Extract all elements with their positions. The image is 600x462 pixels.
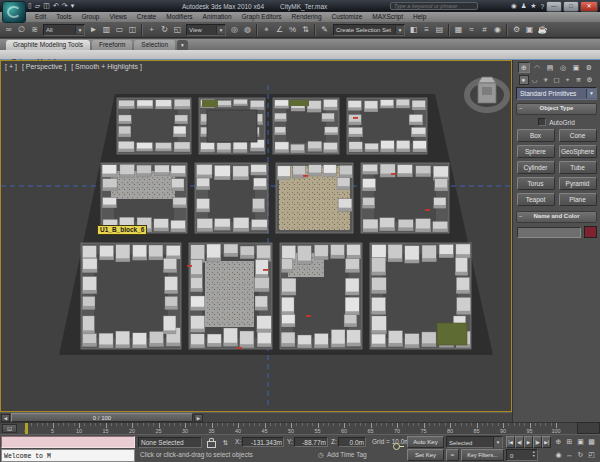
use-pivot-center-icon[interactable]: ◎ [228,23,241,37]
category-lights[interactable]: ☀ [541,75,551,85]
tab-create[interactable]: ⊕ [518,62,530,73]
object-button-torus[interactable]: Torus [517,177,555,190]
infocenter-search-input[interactable] [390,2,478,10]
help-icon[interactable]: ? [540,3,544,10]
current-frame-field[interactable]: 0 ▲▼ [506,449,538,461]
menu-item-edit[interactable]: Edit [30,12,51,22]
tab-utilities[interactable]: ⚙ [583,62,595,73]
coord-x-field[interactable]: -131.343m [242,437,284,447]
render-setup-icon[interactable]: ⚙ [510,23,523,37]
set-keys-button[interactable] [391,438,404,459]
default-in-out-tangents-button[interactable]: ≈ [446,449,459,461]
undo-icon[interactable]: ↶ [53,0,59,12]
category-cameras[interactable]: ▢ [552,75,562,85]
track-bar[interactable]: ⊡ 05101520253035404550556065707580859095… [0,422,577,434]
viewport-pov-menu[interactable]: [ Perspective ] [22,63,66,70]
application-menu-logo-icon[interactable] [2,1,26,23]
selection-region-icon[interactable]: ▭ [113,23,126,37]
time-slider-prev-icon[interactable]: ◀ [1,414,10,422]
bind-to-space-warp-icon[interactable]: ≋ [28,23,41,37]
percent-snap-icon[interactable]: % [286,23,299,37]
select-and-rotate-icon[interactable]: ↻ [158,23,171,37]
redo-icon[interactable]: ↷ [62,0,68,12]
go-to-start-button[interactable]: |◀ [506,436,515,448]
menu-item-tools[interactable]: Tools [51,12,76,22]
spinner-snap-icon[interactable]: ⇅ [299,23,312,37]
field-of-view-icon[interactable]: ◉ [553,449,564,461]
menu-item-create[interactable]: Create [132,12,162,22]
selection-filter-dropdown[interactable]: All▼ [43,24,85,36]
name-color-rollout-header[interactable]: − Name and Color [516,211,597,223]
next-frame-button[interactable]: |▶ [533,436,542,448]
object-type-rollout-header[interactable]: − Object Type [516,103,597,115]
viewport-shading-menu[interactable]: [ Smooth + Highlights ] [71,63,142,70]
ribbon-overflow-icon[interactable]: ▾ [177,40,188,50]
curve-editor-icon[interactable]: ≈ [465,23,478,37]
object-button-teapot[interactable]: Teapot [517,193,555,206]
menu-item-modifiers[interactable]: Modifiers [161,12,197,22]
render-production-icon[interactable]: ☕ [536,23,549,37]
quick-access-dropdown-icon[interactable]: ▾ [71,0,75,12]
object-button-cone[interactable]: Cone [559,129,597,142]
object-button-box[interactable]: Box [517,129,555,142]
menu-item-help[interactable]: Help [408,12,431,22]
go-to-end-button[interactable]: ▶| [542,436,551,448]
new-scene-icon[interactable]: ▯ [28,0,32,12]
category-geometry[interactable]: ● [519,75,529,85]
zoom-icon[interactable]: ⊕ [553,436,564,448]
object-button-cylinder[interactable]: Cylinder [517,161,555,174]
tab-display[interactable]: ▣ [570,62,582,73]
macro-recorder-field[interactable] [1,436,135,448]
category-helpers[interactable]: ⌖ [563,75,573,85]
object-name-input[interactable] [517,227,581,238]
tab-modify[interactable]: ◠ [531,62,543,73]
select-and-link-icon[interactable]: ∞ [2,23,15,37]
search-icon[interactable]: ◉ [511,2,517,10]
previous-frame-button[interactable]: ◀| [515,436,524,448]
coord-z-field[interactable]: 0.0m [338,437,366,447]
menu-item-customize[interactable]: Customize [327,12,368,22]
viewport-general-menu[interactable]: [ + ] [5,63,17,70]
orbit-icon[interactable]: ↻ [575,449,586,461]
menu-item-rendering[interactable]: Rendering [287,12,327,22]
open-file-icon[interactable]: ▱ [35,0,40,12]
current-frame-marker[interactable] [25,423,28,434]
align-icon[interactable]: ≡ [420,23,433,37]
mini-curve-editor-button[interactable]: ⊡ [2,424,17,433]
object-button-sphere[interactable]: Sphere [517,145,555,158]
menu-item-animation[interactable]: Animation [198,12,237,22]
zoom-extents-all-icon[interactable]: ▩ [586,436,597,448]
time-slider-next-icon[interactable]: ▶ [194,414,203,422]
perspective-viewport[interactable]: [ + ] [ Perspective ] [ Smooth + Highlig… [0,60,512,412]
time-slider[interactable]: ◀ 0 / 100 ▶ [0,412,512,422]
ribbon-tab-graphite-modeling-tools[interactable]: Graphite Modeling Tools [6,40,90,50]
select-by-name-icon[interactable]: ▥ [100,23,113,37]
maxscript-mini-listener[interactable]: Welcome to M [1,449,135,462]
set-key-button[interactable]: Set Key [407,449,444,461]
select-and-scale-icon[interactable]: ◱ [171,23,184,37]
menu-item-graph-editors[interactable]: Graph Editors [237,12,287,22]
unlink-selection-icon[interactable]: ∅ [15,23,28,37]
maximize-viewport-icon[interactable]: ◰ [586,449,597,461]
category-systems[interactable]: ⚙ [585,75,595,85]
zoom-extents-icon[interactable]: ▣ [575,436,586,448]
layer-manager-icon[interactable]: ▤ [433,23,446,37]
tab-motion[interactable]: ◎ [557,62,569,73]
window-crossing-icon[interactable]: ◫ [126,23,139,37]
maximize-button[interactable]: □ [563,1,579,12]
play-button[interactable]: ▶ [524,436,533,448]
object-button-geosphere[interactable]: GeoSphere [559,145,597,158]
reference-coordinate-dropdown[interactable]: View▼ [186,24,226,36]
menu-item-maxscript[interactable]: MAXScript [367,12,408,22]
select-and-manipulate-icon[interactable]: ◍ [241,23,254,37]
auto-key-button[interactable]: Auto Key [407,436,444,448]
zoom-all-icon[interactable]: ⊞ [564,436,575,448]
add-time-tag[interactable]: Add Time Tag [327,451,367,458]
category-space-warps[interactable]: ≋ [574,75,584,85]
frame-spinner[interactable]: ▲▼ [532,450,537,458]
time-slider-handle[interactable]: 0 / 100 [11,413,193,422]
material-editor-icon[interactable]: ◉ [491,23,504,37]
selection-lock-toggle[interactable] [205,437,218,448]
menu-item-group[interactable]: Group [76,12,104,22]
object-button-tube[interactable]: Tube [559,161,597,174]
